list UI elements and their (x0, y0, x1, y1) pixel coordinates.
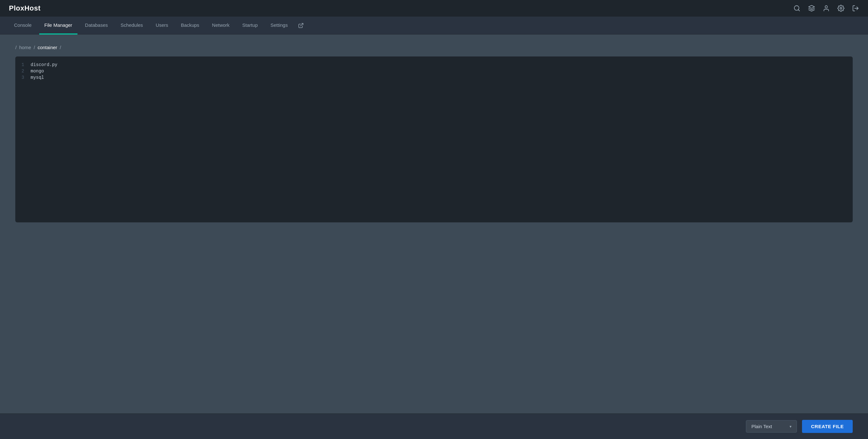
line-number-1: 1 (15, 62, 31, 67)
nav-file-manager[interactable]: File Manager (39, 17, 78, 34)
breadcrumb-home[interactable]: home (19, 45, 31, 50)
svg-point-3 (825, 6, 827, 8)
editor-line-1: 1 discord.py (15, 62, 853, 68)
svg-line-6 (300, 23, 303, 26)
svg-line-1 (798, 9, 800, 11)
line-number-2: 2 (15, 68, 31, 74)
line-number-3: 3 (15, 75, 31, 80)
line-content-1: discord.py (31, 62, 57, 67)
nav-network[interactable]: Network (207, 17, 235, 34)
editor-line-2: 2 mongo (15, 68, 853, 74)
svg-marker-2 (809, 5, 814, 8)
nav-bar: Console File Manager Databases Schedules… (0, 17, 868, 34)
nav-console[interactable]: Console (9, 17, 37, 34)
settings-icon[interactable] (837, 5, 844, 12)
breadcrumb-container[interactable]: container (38, 45, 57, 50)
breadcrumb-separator-2: / (60, 45, 61, 50)
nav-databases[interactable]: Databases (80, 17, 113, 34)
logout-icon[interactable] (852, 5, 859, 12)
chevron-down-icon: ▾ (789, 424, 792, 429)
dropdown-label: Plain Text (751, 424, 772, 429)
top-bar: PloxHost (0, 0, 868, 17)
layers-icon[interactable] (808, 5, 815, 12)
top-bar-icons (794, 5, 859, 12)
nav-startup[interactable]: Startup (237, 17, 263, 34)
editor-line-3: 3 mysql (15, 74, 853, 81)
main-content: / home / container / 1 discord.py 2 mong… (0, 34, 868, 233)
bottom-bar: Plain Text ▾ CREATE FILE (0, 413, 868, 439)
nav-settings[interactable]: Settings (265, 17, 292, 34)
search-icon[interactable] (794, 5, 800, 12)
line-content-2: mongo (31, 68, 44, 74)
external-link-icon[interactable] (298, 17, 304, 34)
nav-users[interactable]: Users (151, 17, 173, 34)
line-content-3: mysql (31, 75, 44, 80)
breadcrumb-root-separator: / (15, 45, 17, 50)
create-file-button[interactable]: CREATE FILE (802, 420, 853, 433)
svg-point-4 (840, 7, 842, 9)
breadcrumb-separator-1: / (34, 45, 35, 50)
plain-text-dropdown[interactable]: Plain Text ▾ (746, 420, 797, 433)
nav-schedules[interactable]: Schedules (115, 17, 148, 34)
user-icon[interactable] (823, 5, 830, 12)
breadcrumb: / home / container / (15, 45, 853, 50)
code-editor[interactable]: 1 discord.py 2 mongo 3 mysql (15, 56, 853, 223)
nav-backups[interactable]: Backups (176, 17, 205, 34)
logo: PloxHost (9, 4, 40, 12)
